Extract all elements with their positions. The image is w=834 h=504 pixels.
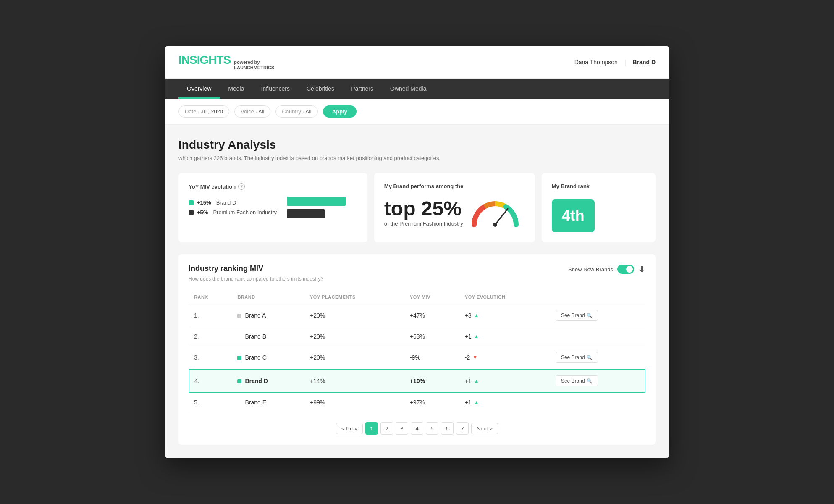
logo: INSIGHTS powered by LAUNCHMETRICS (178, 53, 274, 71)
action-cell: See Brand 🔍 (551, 346, 645, 370)
page-button-3[interactable]: 3 (396, 422, 408, 435)
main-content: Industry Analysis which gathers 226 bran… (165, 125, 669, 458)
legend-label-brand-d: Brand D (216, 200, 236, 206)
arrow-up-icon: ▲ (474, 399, 479, 405)
nav-item-media[interactable]: Media (220, 79, 252, 99)
prev-page-button[interactable]: < Prev (336, 423, 363, 434)
see-brand-button[interactable]: See Brand 🔍 (556, 310, 598, 321)
country-filter[interactable]: Country · All (275, 105, 317, 118)
user-name: Dana Thompson (574, 59, 618, 66)
yoy-card-title: YoY MIV evolution ? (189, 183, 357, 190)
brand-name-cell: Brand E (245, 399, 266, 406)
page-button-2[interactable]: 2 (380, 422, 393, 435)
nav-item-overview[interactable]: Overview (178, 79, 220, 99)
yoy-placements-cell: +14% (305, 369, 405, 393)
brand-name-cell: Brand A (245, 312, 266, 319)
apply-button[interactable]: Apply (323, 105, 357, 118)
page-button-4[interactable]: 4 (411, 422, 423, 435)
yoy-evolution-cell: -2 ▼ (460, 346, 551, 370)
legend-item-brand-d: +15% Brand D (189, 200, 277, 206)
nav-item-owned-media[interactable]: Owned Media (382, 79, 435, 99)
page-button-5[interactable]: 5 (426, 422, 438, 435)
yoy-miv-cell: +63% (405, 327, 460, 346)
nav-item-influencers[interactable]: Influencers (253, 79, 298, 99)
brand-cell: Brand E (232, 393, 305, 412)
top-percent-card: My Brand performs among the top 25% of t… (374, 173, 535, 242)
yoy-content: +15% Brand D +5% Premium Fashion Industr… (189, 197, 357, 218)
brand-cell: Brand D (232, 369, 305, 393)
brand-cell: Brand C (232, 346, 305, 370)
logo-text: INSIGHTS (178, 53, 231, 67)
action-cell (551, 393, 645, 412)
yoy-legend: +15% Brand D +5% Premium Fashion Industr… (189, 200, 277, 215)
rank-card-title: My Brand rank (552, 183, 645, 189)
bar-industry (287, 209, 325, 218)
yoy-miv-cell: +10% (405, 369, 460, 393)
rank-cell: 3. (189, 346, 232, 370)
search-icon: 🔍 (587, 378, 593, 384)
legend-dot-industry (189, 210, 194, 215)
page-button-6[interactable]: 6 (441, 422, 454, 435)
info-icon[interactable]: ? (238, 183, 245, 190)
next-page-button[interactable]: Next > (471, 423, 498, 434)
legend-pct-industry: +5% (197, 209, 208, 215)
brand-dot (237, 379, 241, 383)
legend-dot-brand-d (189, 200, 194, 205)
yoy-placements-cell: +20% (305, 327, 405, 346)
nav-item-partners[interactable]: Partners (343, 79, 382, 99)
table-row: 4.Brand D+14%+10%+1 ▲See Brand 🔍 (189, 369, 645, 393)
rank-cell: 1. (189, 304, 232, 327)
user-info: Dana Thompson | Brand D (574, 59, 656, 66)
rank-cell: 4. (189, 369, 232, 393)
table-header-row: Industry ranking MIV Show New Brands ⬇ (189, 264, 645, 274)
yoy-miv-cell: +97% (405, 393, 460, 412)
rank-cell: 2. (189, 327, 232, 346)
cards-row: YoY MIV evolution ? +15% Brand D +5% (178, 173, 656, 242)
yoy-miv-cell: -9% (405, 346, 460, 370)
col-yoy-placements: YOY PLACEMENTS (305, 290, 405, 304)
voice-filter[interactable]: Voice · All (234, 105, 270, 118)
yoy-placements-cell: +20% (305, 304, 405, 327)
arrow-up-icon: ▲ (474, 333, 479, 339)
action-cell (551, 327, 645, 346)
nav-item-celebrities[interactable]: Celebrities (298, 79, 343, 99)
yoy-miv-cell: +47% (405, 304, 460, 327)
yoy-placements-cell: +99% (305, 393, 405, 412)
see-brand-button[interactable]: See Brand 🔍 (556, 375, 598, 386)
show-new-brands-toggle[interactable] (617, 265, 634, 274)
top-label: of the Premium Fashion Industry (384, 220, 463, 227)
yoy-card: YoY MIV evolution ? +15% Brand D +5% (178, 173, 367, 242)
rank-cell: 5. (189, 393, 232, 412)
gauge-chart (470, 200, 520, 229)
col-brand: BRAND (232, 290, 305, 304)
gauge-svg (470, 200, 520, 229)
arrow-down-icon: ▼ (472, 354, 477, 360)
top-bar: INSIGHTS powered by LAUNCHMETRICS Dana T… (165, 46, 669, 79)
rank-badge: 4th (552, 200, 595, 232)
brand-name-cell: Brand B (245, 333, 266, 340)
svg-point-1 (493, 223, 497, 227)
yoy-evolution-cell: +1 ▲ (460, 393, 551, 412)
brand-name-cell: Brand D (245, 378, 268, 384)
bar-row-green (287, 197, 346, 206)
bar-row-dark (287, 209, 346, 218)
bar-brand-d (287, 197, 346, 206)
date-filter[interactable]: Date · Jul, 2020 (178, 105, 229, 118)
page-button-7[interactable]: 7 (456, 422, 469, 435)
page-button-1[interactable]: 1 (365, 422, 378, 435)
table-subtitle: How does the brand rank compared to othe… (189, 276, 645, 282)
download-icon[interactable]: ⬇ (638, 264, 645, 274)
table-row: 3.Brand C+20%-9%-2 ▼See Brand 🔍 (189, 346, 645, 370)
col-actions (551, 290, 645, 304)
brand-name-cell: Brand C (245, 354, 266, 361)
table-row: 2.Brand B+20%+63%+1 ▲ (189, 327, 645, 346)
yoy-evolution-cell: +1 ▲ (460, 327, 551, 346)
table-title: Industry ranking MIV (189, 264, 263, 273)
legend-label-industry: Premium Fashion Industry (213, 209, 277, 215)
ranking-table: RANK BRAND YOY PLACEMENTS YOY MIV YOY EV… (189, 290, 645, 412)
col-yoy-evolution: YOY EVOLUTION (460, 290, 551, 304)
header-brand: Brand D (633, 59, 656, 66)
page-title: Industry Analysis (178, 138, 656, 152)
filter-bar: Date · Jul, 2020 Voice · All Country · A… (165, 99, 669, 125)
see-brand-button[interactable]: See Brand 🔍 (556, 352, 598, 363)
